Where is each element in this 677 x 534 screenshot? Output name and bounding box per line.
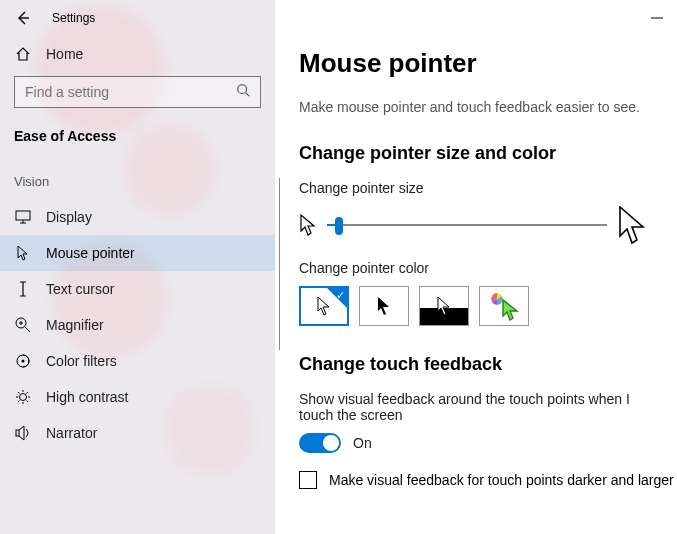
nav-narrator[interactable]: Narrator — [0, 415, 275, 451]
pointer-size-slider[interactable] — [327, 215, 607, 235]
slider-track — [327, 224, 607, 226]
svg-point-4 — [22, 360, 25, 363]
nav-display-label: Display — [46, 209, 92, 225]
svg-rect-1 — [16, 211, 30, 220]
pointer-color-custom[interactable] — [479, 286, 529, 326]
nav-magnifier[interactable]: Magnifier — [0, 307, 275, 343]
nav-text-cursor-label: Text cursor — [46, 281, 114, 297]
app-title: Settings — [52, 11, 95, 25]
nav-high-contrast[interactable]: High contrast — [0, 379, 275, 415]
minimize-icon — [651, 12, 663, 24]
svg-rect-6 — [16, 430, 19, 436]
pointer-color-inverted[interactable] — [419, 286, 469, 326]
color-filters-icon — [14, 353, 32, 369]
nav-home[interactable]: Home — [0, 36, 275, 72]
svg-point-5 — [20, 394, 27, 401]
section-touch-feedback: Change touch feedback — [299, 354, 677, 375]
window-minimize-button[interactable] — [651, 10, 663, 28]
display-icon — [14, 210, 32, 224]
cursor-black-icon — [376, 296, 392, 316]
cursor-inverted-icon — [436, 296, 452, 316]
search-icon — [236, 83, 250, 101]
nav-magnifier-label: Magnifier — [46, 317, 104, 333]
touch-feedback-description: Show visual feedback around the touch po… — [299, 391, 677, 423]
pointer-size-max-icon — [617, 206, 647, 244]
darker-larger-checkbox[interactable] — [299, 471, 317, 489]
text-cursor-icon — [14, 281, 32, 297]
nav-color-filters[interactable]: Color filters — [0, 343, 275, 379]
pointer-color-white[interactable]: ✓ — [299, 286, 349, 326]
search-input-container[interactable] — [14, 76, 261, 108]
narrator-icon — [14, 425, 32, 441]
magnifier-icon — [14, 317, 32, 333]
back-button[interactable] — [14, 9, 32, 27]
nav-text-cursor[interactable]: Text cursor — [0, 271, 275, 307]
search-input[interactable] — [25, 84, 236, 100]
cursor-custom-icon — [487, 291, 521, 321]
page-title: Mouse pointer — [299, 48, 677, 79]
label-pointer-color: Change pointer color — [299, 260, 677, 276]
nav-display[interactable]: Display — [0, 199, 275, 235]
nav-high-contrast-label: High contrast — [46, 389, 128, 405]
svg-point-0 — [238, 85, 247, 94]
home-icon — [14, 46, 32, 62]
touch-feedback-toggle[interactable] — [299, 433, 341, 453]
label-pointer-size: Change pointer size — [299, 180, 677, 196]
page-description: Make mouse pointer and touch feedback ea… — [299, 99, 677, 115]
slider-thumb[interactable] — [335, 217, 343, 235]
group-vision-label: Vision — [14, 174, 49, 189]
nav-color-filters-label: Color filters — [46, 353, 117, 369]
nav-mouse-pointer[interactable]: Mouse pointer — [0, 235, 275, 271]
toggle-knob — [323, 435, 339, 451]
toggle-state-label: On — [353, 435, 372, 451]
high-contrast-icon — [14, 389, 32, 405]
check-icon: ✓ — [336, 289, 345, 302]
section-header: Ease of Access — [0, 108, 275, 154]
nav-narrator-label: Narrator — [46, 425, 97, 441]
back-arrow-icon — [15, 10, 31, 26]
nav-mouse-pointer-label: Mouse pointer — [46, 245, 135, 261]
darker-larger-label: Make visual feedback for touch points da… — [329, 472, 674, 488]
nav-home-label: Home — [46, 46, 83, 62]
pointer-color-black[interactable] — [359, 286, 409, 326]
section-size-color: Change pointer size and color — [299, 143, 677, 164]
mouse-pointer-icon — [14, 245, 32, 261]
scroll-indicator — [279, 178, 280, 350]
pointer-size-min-icon — [299, 214, 317, 236]
